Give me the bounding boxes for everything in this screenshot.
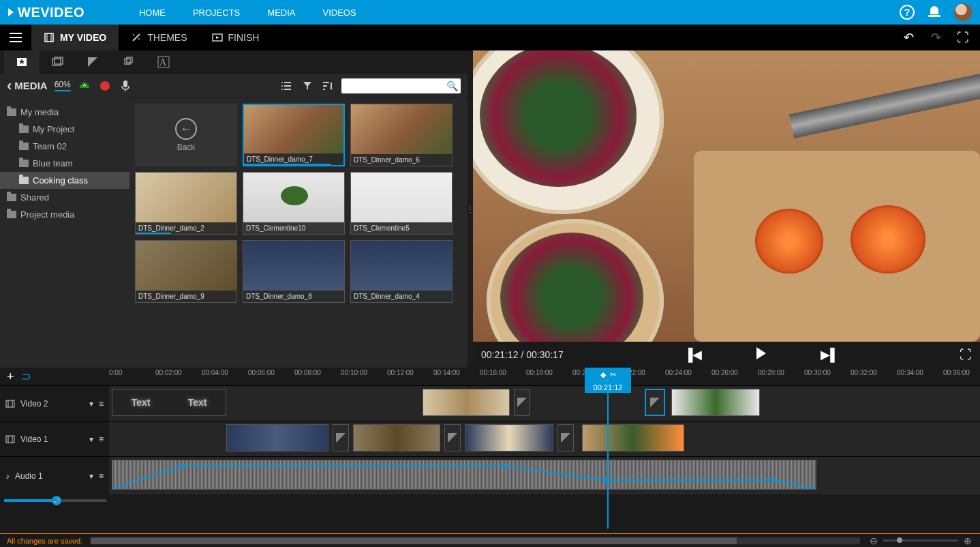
track-menu-icon[interactable]: ≡ bbox=[99, 434, 104, 444]
redo-icon[interactable]: ↷ bbox=[928, 30, 943, 45]
track-body[interactable] bbox=[109, 422, 980, 456]
add-track-icon[interactable]: + bbox=[7, 370, 14, 384]
zoom-slider[interactable] bbox=[883, 539, 958, 542]
timeline-clip[interactable] bbox=[582, 424, 684, 452]
menu-button[interactable] bbox=[0, 25, 31, 50]
upload-icon[interactable] bbox=[78, 79, 91, 93]
audio-envelope[interactable] bbox=[112, 460, 816, 491]
folder-shared[interactable]: Shared bbox=[0, 189, 129, 206]
timeline-clip[interactable] bbox=[465, 424, 553, 452]
user-avatar[interactable] bbox=[954, 3, 972, 21]
scene-board bbox=[694, 151, 980, 342]
svg-point-46 bbox=[771, 478, 776, 482]
timeline-clip[interactable] bbox=[226, 424, 328, 452]
tab-my-video[interactable]: MY VIDEO bbox=[31, 25, 119, 50]
track-menu-icon[interactable]: ≡ bbox=[99, 471, 104, 481]
sort-icon[interactable] bbox=[321, 79, 335, 93]
asset-tab-graphics[interactable] bbox=[110, 50, 146, 74]
cut-icon[interactable]: ✂ bbox=[610, 370, 616, 379]
preview-fullscreen-icon[interactable]: ⛶ bbox=[960, 348, 972, 362]
folder-cooking-class[interactable]: Cooking class bbox=[0, 172, 129, 189]
back-tile[interactable]: ← Back bbox=[135, 104, 237, 166]
marker-icon[interactable]: ◆ bbox=[600, 370, 606, 379]
tab-themes[interactable]: THEMES bbox=[119, 25, 199, 50]
track-body[interactable] bbox=[109, 457, 980, 494]
folder-project-media[interactable]: Project media bbox=[0, 206, 129, 223]
clip-item[interactable]: DTS_Clementine10 bbox=[243, 172, 345, 235]
folder-my-media[interactable]: My media bbox=[0, 104, 129, 121]
playhead-time: 00:21:12 bbox=[585, 382, 631, 393]
folder-team02[interactable]: Team 02 bbox=[0, 138, 129, 155]
volume-slider[interactable]: 🔊 bbox=[4, 499, 106, 502]
prev-icon[interactable]: ▐◀ bbox=[684, 347, 703, 362]
track-chevron-icon[interactable]: ▾ bbox=[89, 434, 93, 444]
track-header[interactable]: Video 2 ▾ ≡ bbox=[0, 386, 109, 421]
tab-finish[interactable]: FINISH bbox=[200, 25, 272, 50]
media-breadcrumb[interactable]: MEDIA bbox=[7, 77, 48, 95]
notifications-icon[interactable] bbox=[928, 6, 940, 18]
nav-projects[interactable]: PROJECTS bbox=[193, 8, 240, 18]
clip-item[interactable]: DTS_Dinner_damo_6 bbox=[350, 104, 453, 166]
playhead[interactable]: ◆ ✂ 00:21:12 bbox=[585, 368, 631, 393]
asset-tab-text[interactable]: A bbox=[146, 50, 181, 74]
clip-item[interactable]: DTS_Dinner_damo_9 bbox=[135, 240, 237, 303]
clip-item[interactable]: DTS_Dinner_damo_2 bbox=[135, 172, 237, 235]
logo[interactable]: WEVIDEO bbox=[8, 5, 85, 20]
preview-viewport[interactable] bbox=[473, 50, 980, 342]
folder-blue-team[interactable]: Blue team bbox=[0, 155, 129, 172]
timeline-clip[interactable] bbox=[423, 389, 510, 416]
list-view-icon[interactable] bbox=[280, 79, 294, 93]
folder-my-project[interactable]: My Project bbox=[0, 121, 129, 138]
record-icon[interactable] bbox=[98, 79, 112, 93]
clip-item[interactable]: DTS_Dinner_damo_7 bbox=[243, 104, 345, 166]
zoom-out-icon[interactable]: ⊖ bbox=[868, 535, 879, 546]
timeline-scrollbar[interactable] bbox=[91, 537, 860, 544]
folder-icon bbox=[19, 125, 29, 133]
timeline-transition-selected[interactable] bbox=[645, 389, 665, 416]
timeline-ruler[interactable]: 0:0000:02:0000:04:0000:06:0000:08:0000:1… bbox=[109, 368, 980, 381]
timeline-clip[interactable] bbox=[671, 389, 760, 416]
scrollbar-thumb[interactable] bbox=[91, 537, 737, 544]
volume-thumb-icon[interactable]: 🔊 bbox=[52, 496, 61, 505]
back-label: Back bbox=[177, 143, 196, 152]
svg-marker-12 bbox=[88, 57, 97, 67]
nav-home[interactable]: HOME bbox=[139, 8, 166, 18]
track-chevron-icon[interactable]: ▾ bbox=[89, 399, 93, 409]
zoom-in-icon[interactable]: ⊕ bbox=[962, 535, 973, 546]
clip-item[interactable]: DTS_Dinner_damo_8 bbox=[243, 240, 345, 303]
help-icon[interactable]: ? bbox=[900, 5, 915, 20]
wand-icon bbox=[131, 32, 142, 43]
timeline-text-clip[interactable]: TextText bbox=[112, 389, 226, 416]
asset-tab-images[interactable] bbox=[40, 50, 75, 74]
mic-icon[interactable] bbox=[119, 79, 132, 93]
clip-progress bbox=[136, 233, 171, 234]
timeline-transition[interactable] bbox=[514, 389, 530, 416]
track-chevron-icon[interactable]: ▾ bbox=[89, 471, 93, 481]
play-icon[interactable] bbox=[756, 347, 766, 359]
filter-icon[interactable] bbox=[301, 79, 314, 93]
timeline-audio-clip[interactable] bbox=[112, 460, 816, 490]
timeline-transition[interactable] bbox=[333, 424, 349, 452]
timecode: 00:21:12 / 00:30:17 bbox=[481, 349, 564, 360]
timeline-transition[interactable] bbox=[444, 424, 461, 452]
storage-usage[interactable]: 60% bbox=[55, 80, 71, 91]
undo-icon[interactable]: ↶ bbox=[901, 30, 916, 45]
timeline-clip[interactable] bbox=[353, 424, 440, 452]
track-menu-icon[interactable]: ≡ bbox=[99, 399, 104, 409]
clip-item[interactable]: DTS_Clementine5 bbox=[350, 172, 453, 235]
magnet-icon[interactable]: ⊃ bbox=[21, 369, 31, 384]
asset-tab-media[interactable] bbox=[4, 50, 40, 74]
nav-videos[interactable]: VIDEOS bbox=[322, 8, 356, 18]
fullscreen-icon[interactable]: ⛶ bbox=[955, 30, 970, 45]
asset-tab-transitions[interactable] bbox=[75, 50, 110, 74]
search-input[interactable] bbox=[344, 81, 446, 91]
next-icon[interactable]: ▶▌ bbox=[821, 347, 839, 362]
media-search[interactable]: 🔍 bbox=[341, 78, 461, 93]
nav-media[interactable]: MEDIA bbox=[267, 8, 295, 18]
track-header[interactable]: ♪ Audio 1 ▾ ≡ bbox=[0, 457, 109, 494]
timeline-transition[interactable] bbox=[557, 424, 574, 452]
clip-item[interactable]: DTS_Dinner_damo_4 bbox=[350, 240, 453, 303]
track-header[interactable]: Video 1 ▾ ≡ bbox=[0, 422, 109, 456]
pane-divider[interactable] bbox=[468, 50, 473, 368]
track-body[interactable]: TextText bbox=[109, 386, 980, 421]
